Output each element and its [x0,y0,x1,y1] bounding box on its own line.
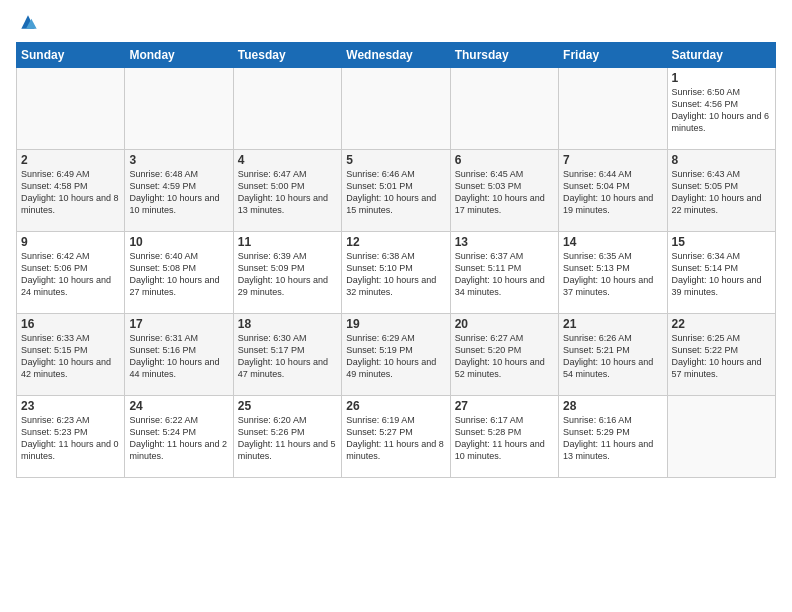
calendar-day-cell: 25Sunrise: 6:20 AMSunset: 5:26 PMDayligh… [233,396,341,478]
calendar-day-cell: 18Sunrise: 6:30 AMSunset: 5:17 PMDayligh… [233,314,341,396]
calendar-week-row: 1Sunrise: 6:50 AMSunset: 4:56 PMDaylight… [17,68,776,150]
day-info: Sunrise: 6:37 AMSunset: 5:11 PMDaylight:… [455,250,554,299]
calendar-day-cell: 6Sunrise: 6:45 AMSunset: 5:03 PMDaylight… [450,150,558,232]
calendar-day-cell [342,68,450,150]
day-number: 22 [672,317,771,331]
calendar-day-cell: 4Sunrise: 6:47 AMSunset: 5:00 PMDaylight… [233,150,341,232]
calendar-day-cell: 9Sunrise: 6:42 AMSunset: 5:06 PMDaylight… [17,232,125,314]
day-info: Sunrise: 6:42 AMSunset: 5:06 PMDaylight:… [21,250,120,299]
day-number: 3 [129,153,228,167]
day-info: Sunrise: 6:31 AMSunset: 5:16 PMDaylight:… [129,332,228,381]
calendar-day-cell: 23Sunrise: 6:23 AMSunset: 5:23 PMDayligh… [17,396,125,478]
calendar-day-cell: 2Sunrise: 6:49 AMSunset: 4:58 PMDaylight… [17,150,125,232]
calendar-day-cell: 7Sunrise: 6:44 AMSunset: 5:04 PMDaylight… [559,150,667,232]
day-info: Sunrise: 6:43 AMSunset: 5:05 PMDaylight:… [672,168,771,217]
calendar-table: SundayMondayTuesdayWednesdayThursdayFrid… [16,42,776,478]
day-number: 8 [672,153,771,167]
weekday-header: Friday [559,43,667,68]
day-info: Sunrise: 6:25 AMSunset: 5:22 PMDaylight:… [672,332,771,381]
calendar-day-cell: 22Sunrise: 6:25 AMSunset: 5:22 PMDayligh… [667,314,775,396]
calendar-week-row: 2Sunrise: 6:49 AMSunset: 4:58 PMDaylight… [17,150,776,232]
calendar-day-cell: 3Sunrise: 6:48 AMSunset: 4:59 PMDaylight… [125,150,233,232]
calendar-day-cell [450,68,558,150]
day-info: Sunrise: 6:38 AMSunset: 5:10 PMDaylight:… [346,250,445,299]
day-info: Sunrise: 6:40 AMSunset: 5:08 PMDaylight:… [129,250,228,299]
day-number: 23 [21,399,120,413]
day-number: 28 [563,399,662,413]
day-info: Sunrise: 6:34 AMSunset: 5:14 PMDaylight:… [672,250,771,299]
day-number: 11 [238,235,337,249]
calendar-day-cell [559,68,667,150]
calendar-day-cell: 16Sunrise: 6:33 AMSunset: 5:15 PMDayligh… [17,314,125,396]
day-info: Sunrise: 6:35 AMSunset: 5:13 PMDaylight:… [563,250,662,299]
day-info: Sunrise: 6:19 AMSunset: 5:27 PMDaylight:… [346,414,445,463]
day-number: 5 [346,153,445,167]
day-number: 4 [238,153,337,167]
day-info: Sunrise: 6:17 AMSunset: 5:28 PMDaylight:… [455,414,554,463]
day-info: Sunrise: 6:47 AMSunset: 5:00 PMDaylight:… [238,168,337,217]
calendar-day-cell: 11Sunrise: 6:39 AMSunset: 5:09 PMDayligh… [233,232,341,314]
weekday-header-row: SundayMondayTuesdayWednesdayThursdayFrid… [17,43,776,68]
day-info: Sunrise: 6:29 AMSunset: 5:19 PMDaylight:… [346,332,445,381]
calendar-day-cell: 28Sunrise: 6:16 AMSunset: 5:29 PMDayligh… [559,396,667,478]
weekday-header: Thursday [450,43,558,68]
day-number: 15 [672,235,771,249]
day-number: 26 [346,399,445,413]
day-info: Sunrise: 6:16 AMSunset: 5:29 PMDaylight:… [563,414,662,463]
day-info: Sunrise: 6:50 AMSunset: 4:56 PMDaylight:… [672,86,771,135]
day-info: Sunrise: 6:45 AMSunset: 5:03 PMDaylight:… [455,168,554,217]
day-number: 16 [21,317,120,331]
calendar-day-cell: 15Sunrise: 6:34 AMSunset: 5:14 PMDayligh… [667,232,775,314]
calendar-day-cell: 17Sunrise: 6:31 AMSunset: 5:16 PMDayligh… [125,314,233,396]
calendar-day-cell: 8Sunrise: 6:43 AMSunset: 5:05 PMDaylight… [667,150,775,232]
calendar-day-cell: 14Sunrise: 6:35 AMSunset: 5:13 PMDayligh… [559,232,667,314]
logo-icon [18,12,38,32]
day-number: 18 [238,317,337,331]
header [16,12,776,32]
day-number: 9 [21,235,120,249]
calendar-week-row: 16Sunrise: 6:33 AMSunset: 5:15 PMDayligh… [17,314,776,396]
calendar-day-cell: 19Sunrise: 6:29 AMSunset: 5:19 PMDayligh… [342,314,450,396]
day-number: 7 [563,153,662,167]
day-number: 2 [21,153,120,167]
day-info: Sunrise: 6:20 AMSunset: 5:26 PMDaylight:… [238,414,337,463]
day-info: Sunrise: 6:23 AMSunset: 5:23 PMDaylight:… [21,414,120,463]
day-number: 19 [346,317,445,331]
calendar-day-cell [233,68,341,150]
day-number: 13 [455,235,554,249]
day-info: Sunrise: 6:30 AMSunset: 5:17 PMDaylight:… [238,332,337,381]
day-number: 1 [672,71,771,85]
calendar-day-cell: 5Sunrise: 6:46 AMSunset: 5:01 PMDaylight… [342,150,450,232]
logo [16,12,38,32]
calendar-week-row: 9Sunrise: 6:42 AMSunset: 5:06 PMDaylight… [17,232,776,314]
day-number: 14 [563,235,662,249]
day-number: 12 [346,235,445,249]
day-info: Sunrise: 6:27 AMSunset: 5:20 PMDaylight:… [455,332,554,381]
calendar-day-cell: 1Sunrise: 6:50 AMSunset: 4:56 PMDaylight… [667,68,775,150]
calendar-day-cell: 24Sunrise: 6:22 AMSunset: 5:24 PMDayligh… [125,396,233,478]
calendar-day-cell: 27Sunrise: 6:17 AMSunset: 5:28 PMDayligh… [450,396,558,478]
day-number: 25 [238,399,337,413]
day-info: Sunrise: 6:33 AMSunset: 5:15 PMDaylight:… [21,332,120,381]
day-number: 27 [455,399,554,413]
weekday-header: Wednesday [342,43,450,68]
calendar-container: SundayMondayTuesdayWednesdayThursdayFrid… [0,0,792,612]
day-info: Sunrise: 6:46 AMSunset: 5:01 PMDaylight:… [346,168,445,217]
calendar-day-cell: 13Sunrise: 6:37 AMSunset: 5:11 PMDayligh… [450,232,558,314]
day-number: 21 [563,317,662,331]
day-info: Sunrise: 6:49 AMSunset: 4:58 PMDaylight:… [21,168,120,217]
calendar-day-cell [125,68,233,150]
weekday-header: Sunday [17,43,125,68]
day-info: Sunrise: 6:44 AMSunset: 5:04 PMDaylight:… [563,168,662,217]
calendar-day-cell: 20Sunrise: 6:27 AMSunset: 5:20 PMDayligh… [450,314,558,396]
calendar-day-cell: 10Sunrise: 6:40 AMSunset: 5:08 PMDayligh… [125,232,233,314]
calendar-day-cell: 21Sunrise: 6:26 AMSunset: 5:21 PMDayligh… [559,314,667,396]
calendar-day-cell [17,68,125,150]
calendar-day-cell: 12Sunrise: 6:38 AMSunset: 5:10 PMDayligh… [342,232,450,314]
day-info: Sunrise: 6:48 AMSunset: 4:59 PMDaylight:… [129,168,228,217]
day-number: 20 [455,317,554,331]
day-info: Sunrise: 6:22 AMSunset: 5:24 PMDaylight:… [129,414,228,463]
day-info: Sunrise: 6:39 AMSunset: 5:09 PMDaylight:… [238,250,337,299]
calendar-day-cell: 26Sunrise: 6:19 AMSunset: 5:27 PMDayligh… [342,396,450,478]
weekday-header: Monday [125,43,233,68]
